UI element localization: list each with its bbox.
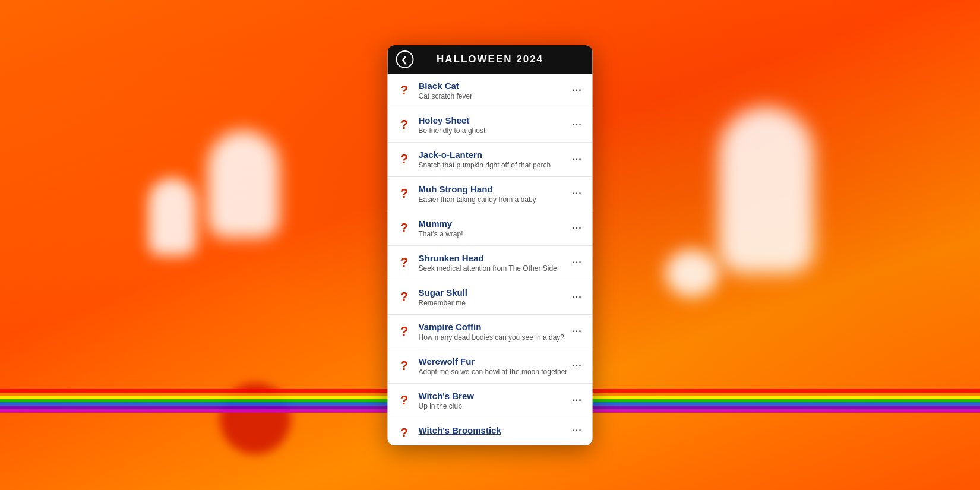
list-item[interactable]: ? Werewolf Fur Adopt me so we can howl a… <box>388 349 593 384</box>
ghost-figure-4 <box>665 249 719 297</box>
more-options-button[interactable]: ··· <box>570 425 584 436</box>
item-title: Muh Strong Hand <box>419 184 570 194</box>
question-icon: ? <box>396 289 413 305</box>
more-options-button[interactable]: ··· <box>570 154 584 165</box>
more-options-button[interactable]: ··· <box>570 292 584 302</box>
more-options-button[interactable]: ··· <box>570 85 584 96</box>
back-button[interactable]: ❮ <box>396 50 414 68</box>
item-text: Black Cat Cat scratch fever <box>419 81 570 100</box>
item-text: Shrunken Head Seek medical attention fro… <box>419 253 570 273</box>
question-icon: ? <box>396 220 413 236</box>
item-text: Jack-o-Lantern Snatch that pumpkin right… <box>419 150 570 169</box>
question-icon: ? <box>396 83 413 98</box>
item-title: Witch's Brew <box>419 391 570 401</box>
item-subtitle: Adopt me so we can howl at the moon toge… <box>419 368 570 376</box>
item-title: Werewolf Fur <box>419 356 570 366</box>
item-text: Muh Strong Hand Easier than taking candy… <box>419 184 570 204</box>
list-item[interactable]: ? Mummy That's a wrap! ··· <box>388 211 593 246</box>
list-item[interactable]: ? Witch's Brew Up in the club ··· <box>388 384 593 418</box>
item-title: Vampire Coffin <box>419 322 570 332</box>
item-title: Jack-o-Lantern <box>419 150 570 160</box>
item-text: Vampire Coffin How many dead bodies can … <box>419 322 570 342</box>
more-options-button[interactable]: ··· <box>570 257 584 268</box>
question-icon: ? <box>396 358 413 374</box>
panel-header: ❮ HALLOWEEN 2024 <box>388 45 593 74</box>
question-icon: ? <box>396 186 413 201</box>
question-icon: ? <box>396 117 413 132</box>
item-title: Mummy <box>419 219 570 229</box>
item-subtitle: Seek medical attention from The Other Si… <box>419 264 570 273</box>
item-subtitle: Be friendly to a ghost <box>419 127 570 135</box>
item-title: Witch's Broomstick <box>419 425 570 435</box>
more-options-button[interactable]: ··· <box>570 326 584 337</box>
item-subtitle: Up in the club <box>419 402 570 410</box>
question-icon: ? <box>396 393 413 408</box>
phone-panel: ❮ HALLOWEEN 2024 ? Black Cat Cat scratch… <box>388 45 593 445</box>
list-item[interactable]: ? Sugar Skull Remember me ··· <box>388 280 593 315</box>
list-item[interactable]: ? Vampire Coffin How many dead bodies ca… <box>388 315 593 349</box>
item-title: Black Cat <box>419 81 570 91</box>
ghost-figure-3 <box>719 107 814 273</box>
item-subtitle: Easier than taking candy from a baby <box>419 195 570 204</box>
item-text: Werewolf Fur Adopt me so we can howl at … <box>419 356 570 376</box>
item-title: Shrunken Head <box>419 253 570 263</box>
item-subtitle: Remember me <box>419 299 570 307</box>
item-text: Sugar Skull Remember me <box>419 287 570 307</box>
list-item[interactable]: ? Holey Sheet Be friendly to a ghost ··· <box>388 108 593 143</box>
more-options-button[interactable]: ··· <box>570 223 584 233</box>
ghost-figure-2 <box>208 131 279 238</box>
item-text: Witch's Brew Up in the club <box>419 391 570 410</box>
item-text: Holey Sheet Be friendly to a ghost <box>419 115 570 135</box>
ghost-figure-1 <box>148 178 196 255</box>
item-subtitle: That's a wrap! <box>419 230 570 238</box>
list-item[interactable]: ? Muh Strong Hand Easier than taking can… <box>388 177 593 211</box>
question-icon: ? <box>396 324 413 339</box>
list-item-partial[interactable]: ? Witch's Broomstick ··· <box>388 418 593 445</box>
item-subtitle: How many dead bodies can you see in a da… <box>419 333 570 342</box>
question-icon: ? <box>396 255 413 270</box>
item-text: Witch's Broomstick <box>419 425 570 435</box>
item-subtitle: Cat scratch fever <box>419 92 570 100</box>
question-icon: ? <box>396 151 413 167</box>
more-options-button[interactable]: ··· <box>570 119 584 130</box>
more-options-button[interactable]: ··· <box>570 395 584 406</box>
list-item[interactable]: ? Shrunken Head Seek medical attention f… <box>388 246 593 280</box>
item-title: Holey Sheet <box>419 115 570 125</box>
item-subtitle: Snatch that pumpkin right off of that po… <box>419 161 570 169</box>
list-item[interactable]: ? Black Cat Cat scratch fever ··· <box>388 74 593 108</box>
more-options-button[interactable]: ··· <box>570 361 584 371</box>
list-item[interactable]: ? Jack-o-Lantern Snatch that pumpkin rig… <box>388 143 593 177</box>
more-options-button[interactable]: ··· <box>570 188 584 199</box>
back-chevron-icon: ❮ <box>401 55 408 64</box>
question-icon: ? <box>396 425 413 441</box>
header-title: HALLOWEEN 2024 <box>437 53 543 65</box>
item-text: Mummy That's a wrap! <box>419 219 570 238</box>
list-container[interactable]: ? Black Cat Cat scratch fever ··· ? Hole… <box>388 74 593 445</box>
item-title: Sugar Skull <box>419 287 570 298</box>
